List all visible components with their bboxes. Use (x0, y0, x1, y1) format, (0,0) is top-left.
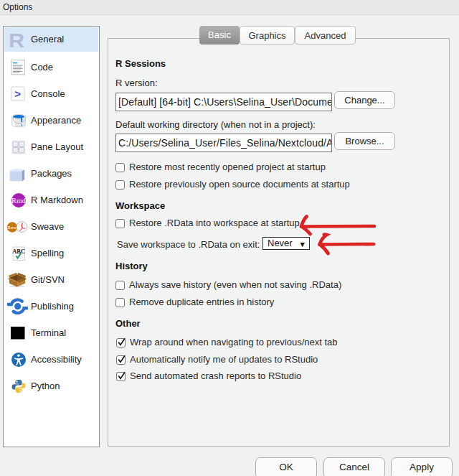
svg-text:Rmd: Rmd (11, 196, 25, 204)
svg-text:ABC: ABC (12, 247, 25, 254)
svg-text:>: > (14, 88, 21, 100)
svg-text:Rnw: Rnw (7, 225, 17, 230)
